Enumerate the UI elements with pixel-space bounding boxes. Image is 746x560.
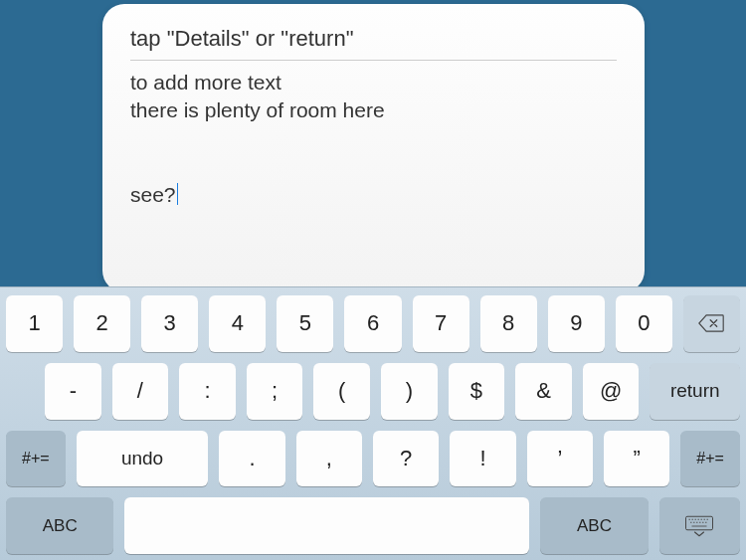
key-close-paren[interactable]: ) (381, 363, 438, 420)
note-title[interactable]: tap "Details" or "return" (130, 26, 617, 61)
svg-rect-0 (686, 516, 713, 530)
key-5[interactable]: 5 (277, 295, 333, 352)
key-return[interactable]: return (650, 363, 740, 420)
key-question[interactable]: ? (373, 431, 439, 487)
key-undo[interactable]: undo (77, 431, 209, 487)
key-symbol-shift-left[interactable]: #+= (6, 431, 66, 487)
key-space[interactable] (124, 497, 529, 554)
key-abc-left[interactable]: ABC (6, 497, 113, 554)
key-3[interactable]: 3 (141, 295, 198, 352)
keyboard-row-3: #+= undo . , ? ! ’ ” #+= (6, 431, 740, 487)
key-at[interactable]: @ (583, 363, 640, 420)
key-0[interactable]: 0 (616, 295, 672, 352)
key-apostrophe[interactable]: ’ (527, 431, 593, 487)
note-card: tap "Details" or "return" to add more te… (102, 4, 645, 292)
key-backspace[interactable] (683, 295, 740, 352)
keyboard-row-4: ABC ABC (6, 497, 740, 554)
key-abc-right[interactable]: ABC (540, 497, 648, 554)
key-comma[interactable]: , (296, 431, 362, 487)
key-dismiss-keyboard[interactable] (659, 497, 740, 554)
dismiss-keyboard-icon (684, 515, 714, 537)
key-1[interactable]: 1 (6, 295, 63, 352)
keyboard-row-1: 1 2 3 4 5 6 7 8 9 0 (6, 295, 740, 352)
key-slash[interactable]: / (112, 363, 169, 420)
row2-left-pad (6, 363, 34, 420)
backspace-icon (698, 313, 724, 333)
key-dollar[interactable]: $ (449, 363, 505, 420)
key-2[interactable]: 2 (74, 295, 130, 352)
key-semicolon[interactable]: ; (247, 363, 303, 420)
key-6[interactable]: 6 (344, 295, 401, 352)
key-8[interactable]: 8 (480, 295, 537, 352)
key-4[interactable]: 4 (209, 295, 266, 352)
onscreen-keyboard: 1 2 3 4 5 6 7 8 9 0 - / : ; ( ) $ & @ re… (0, 286, 746, 560)
key-symbol-shift-right[interactable]: #+= (680, 431, 740, 487)
keyboard-row-2: - / : ; ( ) $ & @ return (6, 363, 740, 420)
key-9[interactable]: 9 (548, 295, 605, 352)
key-open-paren[interactable]: ( (313, 363, 370, 420)
key-quote[interactable]: ” (604, 431, 669, 487)
note-body[interactable]: to add more text there is plenty of room… (130, 69, 617, 210)
key-7[interactable]: 7 (413, 295, 469, 352)
key-exclaim[interactable]: ! (450, 431, 515, 487)
note-body-text: to add more text there is plenty of room… (130, 71, 385, 206)
key-colon[interactable]: : (179, 363, 236, 420)
key-period[interactable]: . (219, 431, 284, 487)
key-ampersand[interactable]: & (515, 363, 572, 420)
text-cursor (177, 183, 179, 205)
key-hyphen[interactable]: - (45, 363, 101, 420)
